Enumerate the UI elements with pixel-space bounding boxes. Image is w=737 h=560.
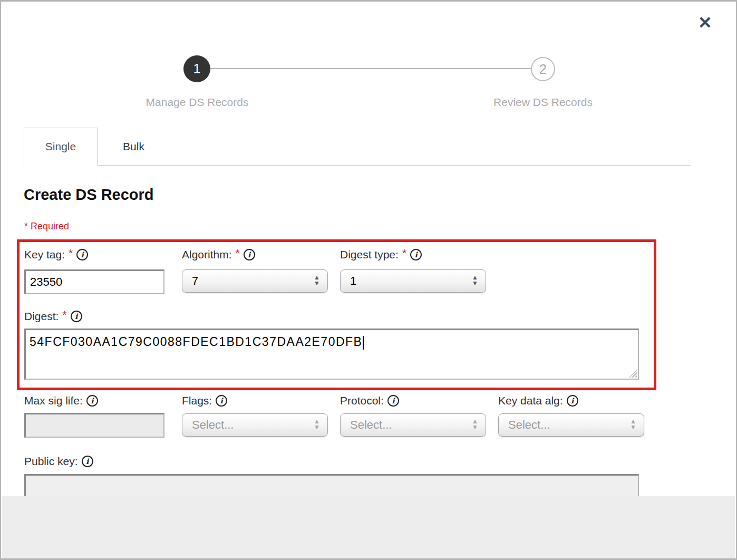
info-icon[interactable]: i <box>86 395 98 407</box>
public-key-label: Public key: i <box>24 454 93 469</box>
key-tag-label-text: Key tag: <box>24 248 65 261</box>
info-icon-glyph: i <box>414 251 417 258</box>
tab-bulk-label: Bulk <box>123 140 144 153</box>
digest-type-label: Digest type: * i <box>340 247 422 262</box>
protocol-select-value: Select... <box>341 418 392 432</box>
protocol-select[interactable]: Select... ▲ ▼ <box>340 413 486 437</box>
tab-underline <box>98 165 691 166</box>
tab-single[interactable]: Single <box>24 128 98 165</box>
info-icon-glyph: i <box>75 313 77 320</box>
info-icon[interactable]: i <box>387 395 399 407</box>
dialog-footer: Cancel Back Next <box>2 496 735 558</box>
flags-select[interactable]: Select... ▲ ▼ <box>182 413 328 437</box>
stepper-step-1-circle: 1 <box>183 55 210 82</box>
arrow-down-icon: ▼ <box>314 425 320 431</box>
digest-type-select[interactable]: 1 ▲ ▼ <box>340 269 486 293</box>
required-marker: * <box>69 247 73 259</box>
key-data-alg-label: Key data alg: i <box>498 393 578 408</box>
info-icon[interactable]: i <box>76 249 88 260</box>
required-marker: * <box>402 247 406 259</box>
key-tag-label: Key tag: * i <box>24 247 88 262</box>
stepper-connector <box>210 68 532 69</box>
info-icon[interactable]: i <box>216 395 227 407</box>
tab-bulk[interactable]: Bulk <box>98 128 170 165</box>
stepper-step-2-label: Review DS Records <box>459 96 627 109</box>
required-marker: * <box>236 247 240 259</box>
algorithm-select-value: 7 <box>182 274 198 288</box>
max-sig-life-input[interactable] <box>24 413 164 438</box>
protocol-label-text: Protocol: <box>340 394 384 407</box>
max-sig-life-label: Max sig life: i <box>24 393 98 408</box>
info-icon-glyph: i <box>91 397 93 404</box>
digest-value: 54FCF030AA1C79C0088FDEC1BD1C37DAA2E70DFB <box>30 335 362 349</box>
key-tag-value: 23550 <box>30 275 62 289</box>
flags-label-text: Flags: <box>182 394 212 407</box>
select-arrows-icon: ▲ ▼ <box>630 414 636 436</box>
resize-handle-icon[interactable] <box>629 370 637 378</box>
key-data-alg-select[interactable]: Select... ▲ ▼ <box>498 413 644 437</box>
public-key-label-text: Public key: <box>24 455 78 468</box>
select-arrows-icon: ▲ ▼ <box>472 270 478 292</box>
info-icon-glyph: i <box>392 397 394 404</box>
text-cursor <box>363 336 364 350</box>
info-icon[interactable]: i <box>567 395 578 407</box>
info-icon[interactable]: i <box>71 311 82 322</box>
key-data-alg-select-value: Select... <box>499 418 550 432</box>
info-icon-glyph: i <box>571 397 574 404</box>
stepper-step-1-label: Manage DS Records <box>113 96 282 109</box>
info-icon-glyph: i <box>81 251 84 258</box>
info-icon[interactable]: i <box>410 249 422 260</box>
info-icon[interactable]: i <box>82 456 93 467</box>
tab-single-label: Single <box>45 140 76 153</box>
digest-textarea[interactable]: 54FCF030AA1C79C0088FDEC1BD1C37DAA2E70DFB <box>24 329 639 380</box>
select-arrows-icon: ▲ ▼ <box>314 270 320 292</box>
digest-type-label-text: Digest type: <box>340 248 399 261</box>
digest-type-select-value: 1 <box>341 274 356 288</box>
close-icon[interactable]: ✕ <box>698 14 712 31</box>
digest-label-text: Digest: <box>24 310 59 323</box>
info-icon-glyph: i <box>86 458 89 465</box>
arrow-down-icon: ▼ <box>472 425 478 431</box>
public-key-textarea[interactable] <box>24 474 639 496</box>
digest-label: Digest: * i <box>24 309 82 324</box>
page-title: Create DS Record <box>24 186 154 204</box>
max-sig-life-label-text: Max sig life: <box>24 394 83 407</box>
stepper-step-2-number: 2 <box>539 62 547 77</box>
arrow-down-icon: ▼ <box>472 281 478 287</box>
arrow-down-icon: ▼ <box>314 281 320 287</box>
required-marker: * <box>62 308 66 321</box>
protocol-label: Protocol: i <box>340 393 399 408</box>
create-ds-record-dialog: ✕ 1 2 Manage DS Records Review DS Record… <box>0 0 737 560</box>
key-tag-input[interactable]: 23550 <box>24 269 164 294</box>
info-icon-glyph: i <box>220 397 223 404</box>
info-icon-glyph: i <box>248 251 250 258</box>
info-icon[interactable]: i <box>244 249 255 260</box>
algorithm-select[interactable]: 7 ▲ ▼ <box>182 269 328 293</box>
key-data-alg-label-text: Key data alg: <box>498 394 563 407</box>
algorithm-label: Algorithm: * i <box>182 247 255 262</box>
flags-label: Flags: i <box>182 393 227 408</box>
required-note: * Required <box>24 221 69 232</box>
algorithm-label-text: Algorithm: <box>182 248 232 261</box>
arrow-down-icon: ▼ <box>630 425 636 431</box>
select-arrows-icon: ▲ ▼ <box>472 414 478 436</box>
stepper-step-2-circle: 2 <box>531 57 555 81</box>
select-arrows-icon: ▲ ▼ <box>314 414 320 436</box>
flags-select-value: Select... <box>182 418 234 432</box>
stepper-step-1-number: 1 <box>193 61 201 76</box>
